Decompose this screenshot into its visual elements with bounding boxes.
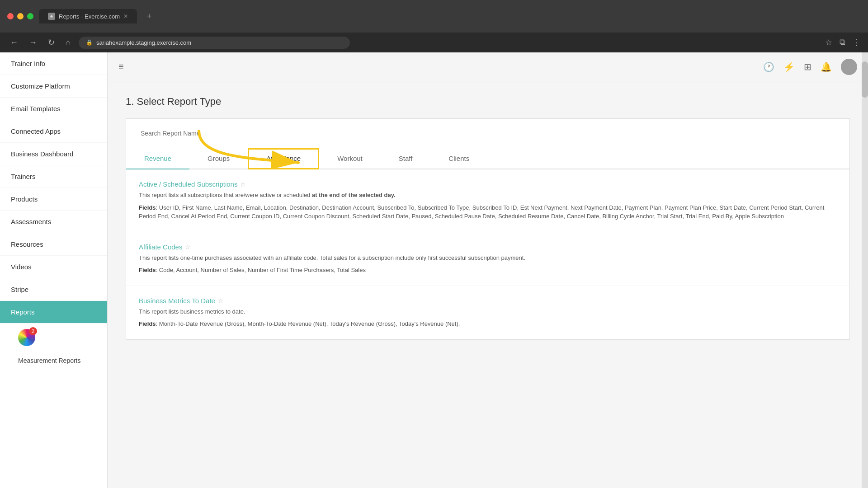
tab-title: Reports - Exercise.com xyxy=(59,13,120,20)
minimize-button[interactable] xyxy=(17,13,24,19)
report-desc-active-subscriptions: This report lists all subscriptions that… xyxy=(139,191,837,200)
report-desc-affiliate-codes: This report lists one-time purchases ass… xyxy=(139,253,837,263)
browser-tab[interactable]: e Reports - Exercise.com ✕ xyxy=(39,9,137,23)
sidebar-label-resources: Resources xyxy=(11,240,43,248)
report-fields-affiliate-codes: Fields: Code, Account, Number of Sales, … xyxy=(139,266,837,275)
sidebar-label-videos: Videos xyxy=(11,263,32,271)
report-title-affiliate-codes[interactable]: Affiliate Codes ☆ xyxy=(139,243,837,251)
star-icon-active-subscriptions[interactable]: ☆ xyxy=(240,181,246,188)
maximize-button[interactable] xyxy=(27,13,33,19)
sidebar-label-assessments: Assessments xyxy=(11,218,51,225)
home-button[interactable]: ⌂ xyxy=(63,36,73,49)
sidebar-item-resources[interactable]: Resources xyxy=(0,233,107,256)
new-tab-button[interactable]: + xyxy=(142,10,156,23)
bookmark-icon[interactable]: ☆ xyxy=(825,38,832,47)
sidebar: Trainer Info Customize Platform Email Te… xyxy=(0,52,108,488)
scrollbar-thumb[interactable] xyxy=(862,61,868,98)
clock-icon[interactable]: 🕐 xyxy=(763,61,774,72)
tab-favicon: e xyxy=(48,13,55,20)
close-button[interactable] xyxy=(7,13,14,19)
extensions-icon[interactable]: ⧉ xyxy=(840,38,845,47)
sidebar-label-trainers: Trainers xyxy=(11,173,35,180)
refresh-button[interactable]: ↻ xyxy=(45,36,57,49)
sidebar-item-connected-apps[interactable]: Connected Apps xyxy=(0,120,107,143)
report-item-business-metrics: Business Metrics To Date ☆ This report l… xyxy=(126,286,849,339)
star-icon-affiliate-codes[interactable]: ☆ xyxy=(185,243,191,250)
sparkle-icon: 2 xyxy=(18,329,35,346)
sidebar-item-videos[interactable]: Videos xyxy=(0,256,107,278)
hamburger-icon[interactable]: ≡ xyxy=(118,61,124,72)
avatar[interactable] xyxy=(841,59,857,75)
sidebar-sub-item-measurement-reports[interactable]: Measurement Reports xyxy=(0,352,107,370)
sidebar-item-email-templates[interactable]: Email Templates xyxy=(0,98,107,120)
grid-icon[interactable]: ⊞ xyxy=(804,61,811,72)
sidebar-label-products: Products xyxy=(11,195,38,203)
tab-close-button[interactable]: ✕ xyxy=(123,13,128,19)
browser-chrome: e Reports - Exercise.com ✕ + xyxy=(0,0,868,33)
top-bar-actions: 🕐 ⚡ ⊞ 🔔 xyxy=(763,59,857,75)
content-area: 1. Select Report Type Revenue Groups xyxy=(108,81,868,354)
app-container: Trainer Info Customize Platform Email Te… xyxy=(0,52,868,488)
sidebar-item-products[interactable]: Products xyxy=(0,188,107,211)
tab-attendance[interactable]: Attendance xyxy=(248,148,319,169)
sidebar-sub-item-ai[interactable]: 2 xyxy=(0,324,107,352)
tab-clients[interactable]: Clients xyxy=(430,148,487,169)
traffic-lights xyxy=(7,13,33,19)
report-title-active-subscriptions[interactable]: Active / Scheduled Subscriptions ☆ xyxy=(139,180,837,188)
sidebar-item-trainer-info[interactable]: Trainer Info xyxy=(0,52,107,75)
address-bar[interactable]: 🔒 sariahexample.staging.exercise.com xyxy=(79,37,350,49)
sidebar-label-reports: Reports xyxy=(11,308,35,316)
forward-button[interactable]: → xyxy=(26,36,40,49)
search-input[interactable] xyxy=(133,124,842,142)
report-item-active-subscriptions: Active / Scheduled Subscriptions ☆ This … xyxy=(126,169,849,232)
sidebar-item-stripe[interactable]: Stripe xyxy=(0,278,107,301)
top-bar: ≡ 🕐 ⚡ ⊞ 🔔 xyxy=(108,52,868,81)
section-title: 1. Select Report Type xyxy=(126,96,850,108)
report-title-business-metrics[interactable]: Business Metrics To Date ☆ xyxy=(139,297,837,305)
main-content: ≡ 🕐 ⚡ ⊞ 🔔 1. Select Report Type xyxy=(108,52,868,488)
url-text: sariahexample.staging.exercise.com xyxy=(96,39,191,46)
menu-icon[interactable]: ⋮ xyxy=(853,38,861,47)
sidebar-item-customize-platform[interactable]: Customize Platform xyxy=(0,75,107,98)
tab-workout[interactable]: Workout xyxy=(319,148,381,169)
lock-icon: 🔒 xyxy=(86,39,93,46)
scrollbar-track xyxy=(862,52,868,488)
report-fields-active-subscriptions: Fields: User ID, First Name, Last Name, … xyxy=(139,203,837,221)
sidebar-label-connected-apps: Connected Apps xyxy=(11,127,61,135)
tab-staff[interactable]: Staff xyxy=(381,148,431,169)
tab-revenue[interactable]: Revenue xyxy=(126,148,189,169)
sidebar-label-email-templates: Email Templates xyxy=(11,105,61,113)
nav-actions: ☆ ⧉ ⋮ xyxy=(825,38,861,47)
sidebar-label-measurement-reports: Measurement Reports xyxy=(18,357,81,364)
star-icon-business-metrics[interactable]: ☆ xyxy=(218,297,224,304)
sidebar-item-reports[interactable]: Reports xyxy=(0,301,107,324)
report-fields-business-metrics: Fields: Month-To-Date Revenue (Gross), M… xyxy=(139,319,837,328)
sidebar-item-trainers[interactable]: Trainers xyxy=(0,165,107,188)
bell-icon[interactable]: 🔔 xyxy=(821,61,832,72)
badge: 2 xyxy=(29,327,37,335)
sidebar-label-trainer-info: Trainer Info xyxy=(11,60,45,67)
sidebar-label-business-dashboard: Business Dashboard xyxy=(11,150,73,158)
report-item-affiliate-codes: Affiliate Codes ☆ This report lists one-… xyxy=(126,232,849,286)
tabs-container: Revenue Groups Attendance Workout Staff xyxy=(126,148,849,169)
lightning-icon[interactable]: ⚡ xyxy=(783,61,795,72)
report-desc-business-metrics: This report lists business metrics to da… xyxy=(139,307,837,316)
sidebar-label-customize-platform: Customize Platform xyxy=(11,82,70,90)
sidebar-item-assessments[interactable]: Assessments xyxy=(0,211,107,233)
sidebar-label-stripe: Stripe xyxy=(11,286,28,293)
browser-nav: ← → ↻ ⌂ 🔒 sariahexample.staging.exercise… xyxy=(0,33,868,52)
back-button[interactable]: ← xyxy=(7,36,21,49)
tab-groups[interactable]: Groups xyxy=(189,148,248,169)
reports-list: Active / Scheduled Subscriptions ☆ This … xyxy=(126,169,849,339)
sidebar-item-business-dashboard[interactable]: Business Dashboard xyxy=(0,143,107,165)
